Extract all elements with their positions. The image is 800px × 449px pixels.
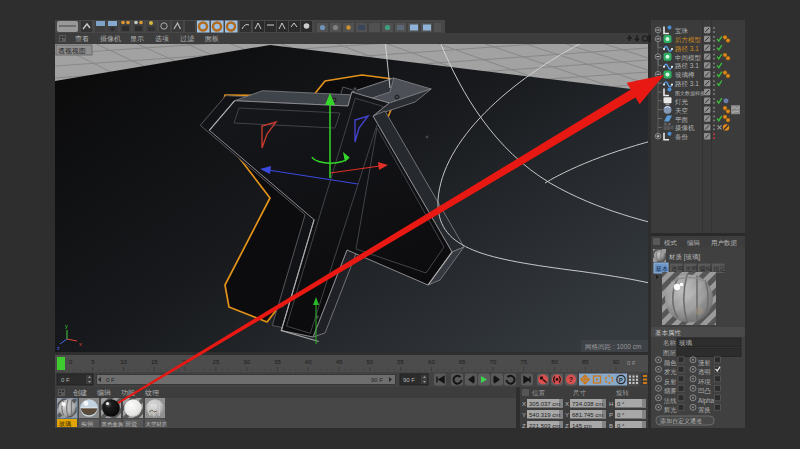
svg-text:90 F: 90 F [371, 377, 383, 383]
svg-text:Z: Z [522, 423, 526, 429]
svg-text:图文数据样条: 图文数据样条 [675, 90, 705, 97]
svg-text:发光: 发光 [664, 368, 677, 376]
svg-text:0 °: 0 ° [617, 412, 625, 418]
svg-text:5: 5 [91, 359, 95, 365]
svg-text:H: H [609, 401, 613, 407]
svg-text:P: P [619, 377, 623, 383]
svg-text:0 °: 0 ° [617, 401, 625, 407]
svg-text:540.319 cm: 540.319 cm [529, 412, 560, 418]
svg-text:25: 25 [213, 359, 220, 365]
svg-text:后方模型: 后方模型 [675, 36, 702, 44]
svg-text:指定: 指定 [712, 265, 725, 273]
svg-text:0 F: 0 F [627, 360, 636, 366]
svg-text:z: z [57, 345, 60, 351]
svg-text:Y: Y [565, 412, 569, 418]
svg-text:编辑: 编辑 [699, 265, 712, 272]
svg-text:实例: 实例 [81, 421, 93, 428]
svg-text:黑色金属: 黑色金属 [102, 421, 124, 427]
svg-text:玻璃: 玻璃 [679, 339, 693, 346]
svg-text:透明: 透明 [671, 265, 683, 272]
svg-text:玻璃: 玻璃 [59, 420, 71, 427]
svg-text:X: X [522, 401, 526, 407]
svg-text:斑驳: 斑驳 [125, 421, 137, 428]
svg-text:编辑: 编辑 [687, 239, 701, 246]
svg-text:摄像机: 摄像机 [675, 124, 695, 132]
svg-text:光照: 光照 [685, 265, 697, 273]
svg-text:45: 45 [336, 359, 343, 365]
svg-text:基本属性: 基本属性 [655, 329, 682, 336]
svg-text:35: 35 [274, 359, 281, 365]
svg-text:尺寸: 尺寸 [573, 389, 587, 396]
svg-text:路径 3.1: 路径 3.1 [675, 62, 699, 70]
svg-text:50: 50 [366, 359, 373, 365]
svg-text:90: 90 [613, 359, 620, 365]
svg-text:透视视图: 透视视图 [58, 47, 86, 55]
svg-text:平面: 平面 [675, 116, 689, 123]
svg-text:灯光: 灯光 [675, 98, 689, 106]
svg-text:80: 80 [551, 359, 558, 365]
svg-text:用户数据: 用户数据 [711, 239, 738, 247]
svg-text:681.745 cm: 681.745 cm [572, 412, 603, 418]
svg-text:65: 65 [459, 359, 466, 365]
svg-text:85: 85 [582, 359, 589, 365]
svg-text:P: P [609, 412, 613, 418]
svg-text:宝珠: 宝珠 [675, 27, 689, 34]
svg-text:添加自定义通道: 添加自定义通道 [660, 417, 702, 425]
svg-text:漫射: 漫射 [698, 359, 711, 367]
svg-text:70: 70 [490, 359, 497, 365]
svg-text:?: ? [569, 376, 573, 383]
svg-text:90 F: 90 F [403, 377, 415, 383]
svg-text:20: 20 [182, 359, 189, 365]
svg-text:天空: 天空 [675, 107, 688, 114]
svg-text:x: x [79, 341, 82, 347]
svg-text:图层: 图层 [663, 349, 677, 356]
svg-text:0 F: 0 F [61, 377, 70, 383]
svg-text:法线: 法线 [663, 397, 677, 405]
svg-text:60: 60 [428, 359, 435, 365]
svg-text:路径 3.1: 路径 3.1 [675, 80, 699, 88]
svg-text:Alpha: Alpha [698, 397, 715, 405]
svg-text:透明: 透明 [698, 368, 711, 375]
svg-text:名称: 名称 [663, 339, 677, 347]
svg-text:734.038 cm: 734.038 cm [572, 401, 603, 407]
svg-text:反射: 反射 [664, 378, 677, 385]
svg-text:145 cm: 145 cm [572, 423, 592, 429]
svg-text:55: 55 [397, 359, 404, 365]
svg-text:10: 10 [120, 359, 127, 365]
svg-text:0: 0 [69, 359, 73, 365]
svg-text:Y: Y [522, 412, 526, 418]
svg-text:75: 75 [520, 359, 527, 365]
svg-text:辉光: 辉光 [664, 406, 677, 414]
svg-text:B: B [609, 423, 613, 429]
svg-text:置换: 置换 [698, 406, 711, 414]
svg-text:凹凸: 凹凸 [698, 387, 711, 394]
svg-text:位置: 位置 [532, 389, 546, 396]
svg-text:221.503 cm: 221.503 cm [529, 423, 560, 429]
svg-text:中间模型: 中间模型 [675, 54, 702, 62]
svg-text:15: 15 [151, 359, 158, 365]
svg-text:30: 30 [243, 359, 250, 365]
svg-text:y: y [65, 323, 68, 329]
svg-text:模式: 模式 [664, 239, 678, 246]
svg-text:材质 [玻璃]: 材质 [玻璃] [668, 253, 701, 261]
svg-text:0 F: 0 F [106, 377, 115, 383]
svg-text:天空材质: 天空材质 [146, 421, 168, 428]
svg-text:网格间距 : 1000 cm: 网格间距 : 1000 cm [585, 343, 641, 351]
svg-text:烟雾: 烟雾 [664, 387, 677, 395]
svg-text:305.037 cm: 305.037 cm [529, 401, 560, 407]
svg-text:X: X [565, 401, 569, 407]
svg-text:环境: 环境 [698, 378, 711, 386]
svg-text:0 °: 0 ° [617, 423, 625, 429]
svg-text:玻璃樽: 玻璃樽 [675, 71, 695, 78]
svg-text:40: 40 [305, 359, 312, 365]
svg-text:备份: 备份 [675, 133, 689, 141]
svg-text:Z: Z [565, 423, 569, 429]
svg-text:颜色: 颜色 [664, 359, 677, 366]
svg-text:路径 3.1: 路径 3.1 [675, 45, 699, 53]
svg-text:旋转: 旋转 [616, 389, 630, 397]
svg-text:基本: 基本 [655, 265, 669, 272]
